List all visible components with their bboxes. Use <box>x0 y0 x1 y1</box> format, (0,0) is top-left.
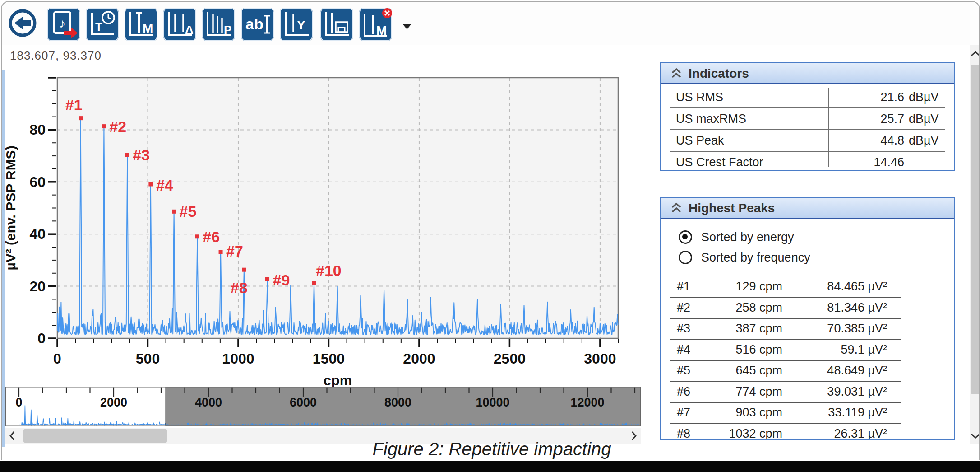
svg-text:0: 0 <box>53 350 61 367</box>
svg-text:#3: #3 <box>133 146 150 164</box>
svg-text:0: 0 <box>15 396 22 409</box>
peak-energy: 39.031 µV² <box>791 381 887 402</box>
peak-rank: #8 <box>677 423 690 440</box>
delta-markers-button[interactable]: Δ <box>163 8 196 41</box>
indicators-panel: Indicators US RMS 21.6 dBµV US maxRMS 25… <box>660 62 955 171</box>
svg-text:10000: 10000 <box>476 396 509 409</box>
highest-peaks-panel: Highest Peaks Sorted by energy Sorted by… <box>660 197 955 440</box>
svg-text:M: M <box>376 23 387 37</box>
radio-label: Sorted by frequency <box>701 251 810 265</box>
note-glyph: ♪ <box>59 16 65 30</box>
svg-text:µV² (env. PSP RMS): µV² (env. PSP RMS) <box>3 145 18 270</box>
peak-row: #1 129 cpm 84.465 µV² <box>670 276 901 298</box>
text-annotation-button[interactable]: ab <box>241 8 274 41</box>
peak-rank: #6 <box>677 381 690 402</box>
svg-text:#6: #6 <box>203 228 220 245</box>
svg-text:3000: 3000 <box>584 350 616 367</box>
peak-frequency: 1032 cpm <box>706 423 782 440</box>
svg-text:0: 0 <box>37 330 46 346</box>
table-row: US maxRMS 25.7 dBµV <box>670 108 945 130</box>
indicator-value: 44.8 <box>837 130 904 151</box>
y-axis-icon: Y <box>280 8 313 41</box>
chevron-down-icon <box>971 433 980 439</box>
peak-frequency: 903 cpm <box>706 402 782 423</box>
marker-button[interactable]: M <box>125 8 157 41</box>
main-spectrum-chart[interactable]: 050010001500200025003000020406080cpmµV² … <box>2 45 647 388</box>
svg-text:12000: 12000 <box>570 396 604 409</box>
svg-text:2500: 2500 <box>494 350 526 367</box>
harmonics-icon: P <box>202 8 235 41</box>
vertical-scroll-thumb[interactable] <box>971 65 980 394</box>
indicators-table: US RMS 21.6 dBµV US maxRMS 25.7 dBµV US … <box>670 87 945 173</box>
scroll-up-button[interactable] <box>970 45 980 62</box>
table-row: US Crest Factor 14.46 <box>670 152 945 173</box>
ab-text-icon: ab <box>241 8 274 41</box>
radio-label: Sorted by energy <box>701 230 794 244</box>
peak-rank: #7 <box>677 402 690 423</box>
indicators-title: Indicators <box>689 66 749 81</box>
vertical-scrollbar[interactable] <box>970 45 980 444</box>
y-scale-button[interactable]: Y <box>280 8 313 41</box>
overview-strip[interactable]: 020004000600080001000012000 <box>5 387 641 426</box>
svg-text:8000: 8000 <box>384 396 411 409</box>
table-row: US RMS 21.6 dBµV <box>670 87 945 108</box>
export-audio-icon: ♪ <box>47 8 80 41</box>
indicator-label: US maxRMS <box>676 108 746 129</box>
svg-text:#10: #10 <box>316 262 342 279</box>
save-disk-icon <box>320 8 353 41</box>
svg-text:P: P <box>224 23 231 37</box>
peak-frequency: 129 cpm <box>706 276 782 297</box>
sort-by-energy-option[interactable]: Sorted by energy <box>679 230 794 244</box>
svg-text:2000: 2000 <box>100 396 127 409</box>
svg-text:1000: 1000 <box>222 350 254 367</box>
marker-m-icon: M <box>125 8 157 41</box>
svg-text:T: T <box>95 20 102 34</box>
peak-rank: #4 <box>677 339 690 360</box>
sort-by-frequency-option[interactable]: Sorted by frequency <box>679 251 810 264</box>
svg-text:cpm: cpm <box>324 373 352 388</box>
figure-caption: Figure 2: Repetitive impacting <box>2 439 980 459</box>
clear-marker-icon: M <box>359 8 395 43</box>
peak-row: #4 516 cpm 59.1 µV² <box>670 339 901 361</box>
peak-frequency: 516 cpm <box>706 339 782 360</box>
svg-text:1500: 1500 <box>313 350 345 367</box>
clear-markers-button[interactable]: M <box>359 8 392 41</box>
svg-text:Y: Y <box>297 18 305 32</box>
svg-text:2000: 2000 <box>403 350 435 367</box>
table-row: US Peak 44.8 dBµV <box>670 130 945 152</box>
radio-unselected-icon[interactable] <box>679 251 692 264</box>
highest-peaks-panel-header[interactable]: Highest Peaks <box>661 198 954 219</box>
svg-text:Δ: Δ <box>185 23 194 37</box>
svg-text:60: 60 <box>29 174 46 190</box>
indicator-label: US Peak <box>676 130 724 151</box>
peak-frequency: 774 cpm <box>706 381 782 402</box>
peak-frequency: 645 cpm <box>706 360 782 381</box>
radio-selected-icon[interactable] <box>679 230 692 244</box>
svg-text:500: 500 <box>136 350 160 367</box>
page-bottom-bar <box>0 461 980 472</box>
toolbar-overflow-caret[interactable] <box>403 24 411 29</box>
indicator-value: 14.46 <box>837 152 904 173</box>
back-button[interactable] <box>8 9 37 37</box>
indicator-unit: dBµV <box>909 87 939 107</box>
peak-rank: #1 <box>677 276 690 297</box>
peak-energy: 84.465 µV² <box>791 276 887 297</box>
svg-text:#9: #9 <box>273 271 290 289</box>
export-audio-button[interactable]: ♪ <box>47 8 80 41</box>
peak-row: #6 774 cpm 39.031 µV² <box>670 381 901 403</box>
save-view-button[interactable] <box>320 8 353 41</box>
svg-text:#7: #7 <box>226 243 243 260</box>
chevron-up-icon <box>971 51 980 57</box>
time-clock-icon: T <box>86 8 119 41</box>
svg-text:#2: #2 <box>109 118 126 135</box>
peak-rank: #3 <box>677 318 690 339</box>
peak-row: #3 387 cpm 70.385 µV² <box>670 318 901 340</box>
time-measurement-button[interactable]: T <box>86 8 119 41</box>
indicator-value: 25.7 <box>837 108 904 129</box>
peak-energy: 59.1 µV² <box>791 339 887 360</box>
indicators-panel-header[interactable]: Indicators <box>661 63 954 84</box>
app-window: ♪ T M Δ <box>1 1 980 460</box>
peak-energy: 26.31 µV² <box>791 423 887 440</box>
collapse-chevrons-icon <box>670 67 682 79</box>
harmonic-markers-button[interactable]: P <box>202 8 235 41</box>
